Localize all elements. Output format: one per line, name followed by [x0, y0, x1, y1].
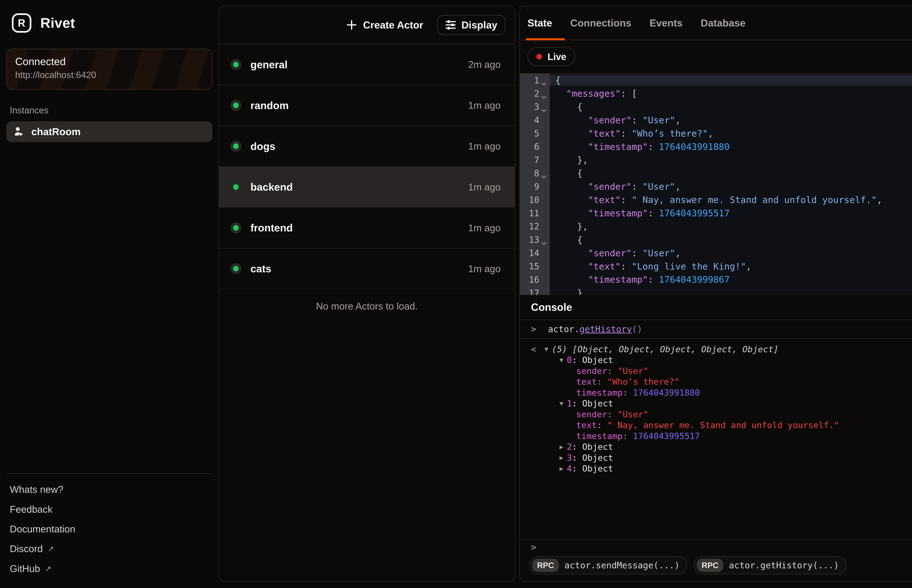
external-link-icon: ↗	[45, 564, 51, 573]
editor-gutter[interactable]: 5	[520, 127, 550, 140]
line-number: 6	[520, 142, 539, 152]
editor-gutter[interactable]: 2	[520, 87, 550, 100]
fold-toggle-icon[interactable]	[539, 100, 549, 113]
tab-events[interactable]: Events	[649, 6, 683, 40]
editor-gutter[interactable]: 15	[520, 260, 550, 273]
rpc-badge: RPC	[532, 559, 559, 572]
return-value-icon: <	[531, 344, 536, 354]
tree-expand-icon[interactable]: ▶	[559, 454, 563, 461]
sidebar: R Rivet Connected http://localhost:6420 …	[0, 0, 218, 588]
status-dot-icon	[233, 62, 239, 68]
line-number: 1	[520, 75, 539, 86]
sidebar-link-documentation[interactable]: Documentation	[10, 519, 209, 539]
console-tree-item[interactable]: ▶2: Object	[520, 441, 912, 452]
sidebar-link-whatsnew[interactable]: Whats new?	[10, 480, 209, 499]
tab-state[interactable]: State	[528, 6, 552, 40]
console-tree-item[interactable]: ▶3: Object	[520, 452, 912, 463]
console-tree-item[interactable]: ▶4: Object	[520, 463, 912, 474]
editor-gutter[interactable]: 9	[520, 180, 550, 193]
editor-gutter[interactable]: 16	[520, 273, 550, 286]
console-input-row[interactable]: >	[520, 540, 912, 554]
code-line: 8 {	[520, 167, 912, 180]
line-number: 8	[520, 168, 539, 178]
fold-toggle-icon[interactable]	[539, 74, 549, 87]
line-number: 13	[520, 235, 539, 245]
link-label: Discord	[10, 543, 43, 554]
fold-toggle-icon[interactable]	[539, 167, 549, 180]
console-tree-item[interactable]: ▼1: Object	[520, 398, 912, 409]
console-title: Console	[531, 301, 572, 313]
link-label: GitHub	[10, 563, 40, 574]
rpc-button-actor-gethistory-[interactable]: RPCactor.getHistory(...)	[694, 556, 846, 574]
code-line: 15 "text": "Long live the King!",	[520, 260, 912, 273]
code-content: "sender": "User",	[550, 181, 912, 192]
editor-gutter[interactable]: 17	[520, 286, 550, 295]
console-tree-property: sender: "User"	[520, 409, 912, 420]
live-badge-label: Live	[547, 51, 567, 62]
code-content: {	[550, 234, 912, 245]
tree-expand-icon[interactable]: ▼	[559, 400, 563, 407]
editor-gutter[interactable]: 13	[520, 233, 550, 246]
sidebar-item-chatroom[interactable]: chatRoom	[6, 121, 212, 142]
actor-row-general[interactable]: general2m ago	[219, 44, 515, 85]
actor-row-frontend[interactable]: frontend1m ago	[219, 208, 515, 249]
actor-row-cats[interactable]: cats1m ago	[219, 249, 515, 289]
actor-name: cats	[250, 263, 271, 275]
editor-gutter[interactable]: 8	[520, 167, 550, 180]
code-content: "text": " Nay, answer me. Stand and unfo…	[550, 195, 912, 205]
echo-paren: ()	[632, 324, 642, 334]
editor-gutter[interactable]: 10	[520, 193, 550, 207]
fold-spacer	[539, 180, 549, 193]
actor-row-random[interactable]: random1m ago	[219, 85, 515, 126]
tree-expand-icon[interactable]: ▶	[559, 443, 563, 451]
code-line: 12 },	[520, 220, 912, 233]
line-number: 15	[520, 261, 539, 271]
create-actor-button[interactable]: Create Actor	[346, 19, 423, 31]
line-number: 5	[520, 128, 539, 139]
console-tree-item[interactable]: ▼0: Object	[520, 355, 912, 365]
editor-gutter[interactable]: 1	[520, 74, 550, 87]
fold-spacer	[539, 193, 549, 207]
code-line: 6 "timestamp": 1764043991880	[520, 140, 912, 153]
sidebar-link-discord[interactable]: Discord↗	[10, 539, 209, 559]
tab-connections[interactable]: Connections	[570, 6, 631, 40]
state-json-editor[interactable]: 1{2 "messages": [3 {4 "sender": "User",5…	[520, 74, 912, 295]
brand-row: R Rivet	[12, 13, 212, 33]
tree-expand-icon[interactable]: ▶	[559, 465, 563, 472]
line-number: 3	[520, 102, 539, 112]
editor-gutter[interactable]: 4	[520, 113, 550, 127]
tree-expand-icon[interactable]: ▼	[544, 346, 548, 353]
code-line: 5 "text": "Who’s there?",	[520, 127, 912, 140]
sidebar-footer: Whats new?FeedbackDocumentationDiscord↗G…	[6, 473, 212, 588]
editor-gutter[interactable]: 12	[520, 220, 550, 233]
sidebar-link-github[interactable]: GitHub↗	[10, 559, 209, 578]
editor-gutter[interactable]: 11	[520, 207, 550, 220]
editor-gutter[interactable]: 7	[520, 153, 550, 167]
actor-row-backend[interactable]: backend1m ago	[219, 167, 515, 208]
sidebar-link-feedback[interactable]: Feedback	[10, 499, 209, 519]
plus-icon	[346, 20, 357, 30]
editor-gutter[interactable]: 6	[520, 140, 550, 153]
actors-header: Create Actor Display	[219, 6, 515, 45]
tab-database[interactable]: Database	[701, 6, 746, 40]
console-tree-property: text: " Nay, answer me. Stand and unfold…	[520, 420, 912, 431]
tree-expand-icon[interactable]: ▼	[559, 356, 563, 363]
console-tree-property: timestamp: 1764043995517	[520, 431, 912, 441]
display-button[interactable]: Display	[437, 15, 505, 35]
console-header[interactable]: Console	[520, 295, 912, 320]
code-line: 4 "sender": "User",	[520, 113, 912, 127]
code-line: 16 "timestamp": 1764043999867	[520, 273, 912, 286]
actors-list: general2m agorandom1m agodogs1m agobacke…	[219, 44, 515, 289]
console-tree-property: text: "Who’s there?"	[520, 376, 912, 387]
fold-spacer	[539, 113, 549, 127]
link-label: Feedback	[10, 504, 53, 515]
editor-gutter[interactable]: 3	[520, 100, 550, 113]
fold-toggle-icon[interactable]	[539, 87, 549, 100]
code-content: {	[550, 168, 912, 179]
fold-toggle-icon[interactable]	[539, 233, 549, 246]
actor-name: frontend	[250, 222, 293, 234]
status-dot-icon	[233, 266, 239, 271]
editor-gutter[interactable]: 14	[520, 246, 550, 260]
rpc-button-actor-sendmessage-[interactable]: RPCactor.sendMessage(...)	[529, 556, 687, 574]
actor-row-dogs[interactable]: dogs1m ago	[219, 126, 515, 167]
